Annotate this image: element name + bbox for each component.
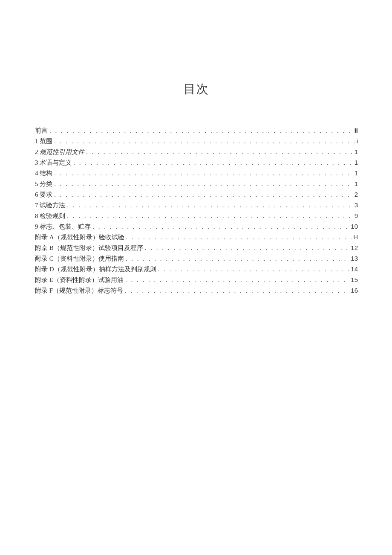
toc-entry-label: 3 术语与定义 xyxy=(35,160,72,166)
toc-entry-page: 13 xyxy=(351,255,358,262)
document-page: 目次 前言. . . . . . . . . . . . . . . . . .… xyxy=(0,0,392,555)
toc-entry-leader: . . . . . . . . . . . . . . . . . . . . … xyxy=(54,181,352,187)
toc-entry: 1 范围. . . . . . . . . . . . . . . . . . … xyxy=(35,138,358,145)
toc-entry-label: 9 标志、包装、贮存 xyxy=(35,224,91,230)
toc-entry-page: 1 xyxy=(355,159,358,166)
toc-entry-leader: . . . . . . . . . . . . . . . . . . . . … xyxy=(67,202,352,209)
toc-entry: 7 试验方法. . . . . . . . . . . . . . . . . … xyxy=(35,202,358,209)
toc-entry-leader: . . . . . . . . . . . . . . . . . . . . … xyxy=(126,256,349,262)
toc-entry-label: 8 检验规则 xyxy=(35,213,65,219)
toc-entry-label: 附录 D（规范性附录）抽样方法及判别规则 xyxy=(35,266,156,273)
toc-entry: 5 分类. . . . . . . . . . . . . . . . . . … xyxy=(35,180,358,187)
toc-entry-label: 4 结构 xyxy=(35,170,52,177)
toc-entry-page: 12 xyxy=(351,244,358,251)
toc-entry-label: 附录 A（规范性附录）验收试验 xyxy=(35,234,124,241)
toc-entry-page: H xyxy=(353,234,358,240)
toc-entry-page: 14 xyxy=(351,266,358,272)
toc-entry: 附录 F（规范性附录）标志符号. . . . . . . . . . . . .… xyxy=(35,287,358,294)
toc-entry-page: 1 xyxy=(355,180,358,187)
toc-entry: 附录 E（资料性附录）试验用油. . . . . . . . . . . . .… xyxy=(35,276,358,283)
toc-entry-page: 9 xyxy=(355,212,358,219)
toc-entry: 9 标志、包装、贮存. . . . . . . . . . . . . . . … xyxy=(35,223,358,230)
toc-entry: 酎录 C（资料性附录）使用指南. . . . . . . . . . . . .… xyxy=(35,255,358,262)
table-of-contents: 前言. . . . . . . . . . . . . . . . . . . … xyxy=(35,127,358,294)
toc-entry-page: II xyxy=(355,127,358,134)
toc-entry: 3 术语与定义. . . . . . . . . . . . . . . . .… xyxy=(35,159,358,166)
toc-entry-leader: . . . . . . . . . . . . . . . . . . . . … xyxy=(125,288,349,294)
toc-entry: 附京 B（规范性附录）试验项目及程序. . . . . . . . . . . … xyxy=(35,244,358,251)
toc-entry-label: 6 要求 xyxy=(35,192,52,198)
toc-entry-leader: . . . . . . . . . . . . . . . . . . . . … xyxy=(158,266,349,273)
toc-entry: 6 要求. . . . . . . . . . . . . . . . . . … xyxy=(35,191,358,198)
toc-entry: 附录 D（规范性附录）抽样方法及判别规则. . . . . . . . . . … xyxy=(35,266,358,273)
toc-entry: 4 结构. . . . . . . . . . . . . . . . . . … xyxy=(35,170,358,177)
toc-entry: 2 规范性引用文件. . . . . . . . . . . . . . . .… xyxy=(35,148,358,155)
toc-entry-label: 前言 xyxy=(35,128,48,134)
toc-entry-label: 2 规范性引用文件 xyxy=(35,149,84,155)
toc-entry-leader: . . . . . . . . . . . . . . . . . . . . … xyxy=(92,224,349,230)
toc-entry-page: 1 xyxy=(355,148,358,155)
toc-entry: 前言. . . . . . . . . . . . . . . . . . . … xyxy=(35,127,358,134)
toc-entry-label: 1 范围 xyxy=(35,138,52,145)
toc-entry-leader: . . . . . . . . . . . . . . . . . . . . … xyxy=(86,149,352,155)
toc-entry-leader: . . . . . . . . . . . . . . . . . . . . … xyxy=(126,234,352,241)
toc-entry-leader: . . . . . . . . . . . . . . . . . . . . … xyxy=(67,213,352,219)
toc-entry-leader: . . . . . . . . . . . . . . . . . . . . … xyxy=(125,277,349,283)
toc-entry-label: 附录 E（资料性附录）试验用油 xyxy=(35,277,124,283)
toc-entry: 附录 A（规范性附录）验收试验. . . . . . . . . . . . .… xyxy=(35,234,358,241)
toc-entry-label: 附录 F（规范性附录）标志符号 xyxy=(35,288,123,294)
toc-entry-page: 15 xyxy=(351,276,358,283)
toc-entry-label: 5 分类 xyxy=(35,181,52,187)
toc-entry-page: 10 xyxy=(351,223,358,230)
toc-entry-label: 酎录 C（资料性附录）使用指南 xyxy=(35,256,124,262)
toc-entry-page: i xyxy=(357,138,358,144)
toc-entry-leader: . . . . . . . . . . . . . . . . . . . . … xyxy=(49,128,353,134)
toc-title: 目次 xyxy=(35,81,358,97)
toc-entry-page: 2 xyxy=(355,191,358,198)
toc-entry-label: 7 试验方法 xyxy=(35,202,65,209)
toc-entry-leader: . . . . . . . . . . . . . . . . . . . . … xyxy=(73,160,352,166)
toc-entry-page: 1 xyxy=(355,170,358,176)
toc-entry: 8 检验规则. . . . . . . . . . . . . . . . . … xyxy=(35,212,358,219)
toc-entry-leader: . . . . . . . . . . . . . . . . . . . . … xyxy=(54,138,355,145)
toc-entry-page: 16 xyxy=(351,287,358,293)
toc-entry-leader: . . . . . . . . . . . . . . . . . . . . … xyxy=(54,170,352,177)
toc-entry-leader: . . . . . . . . . . . . . . . . . . . . … xyxy=(145,245,349,251)
toc-entry-label: 附京 B（规范性附录）试验项目及程序 xyxy=(35,245,143,251)
toc-entry-page: 3 xyxy=(355,202,358,208)
toc-entry-leader: . . . . . . . . . . . . . . . . . . . . … xyxy=(54,192,352,198)
